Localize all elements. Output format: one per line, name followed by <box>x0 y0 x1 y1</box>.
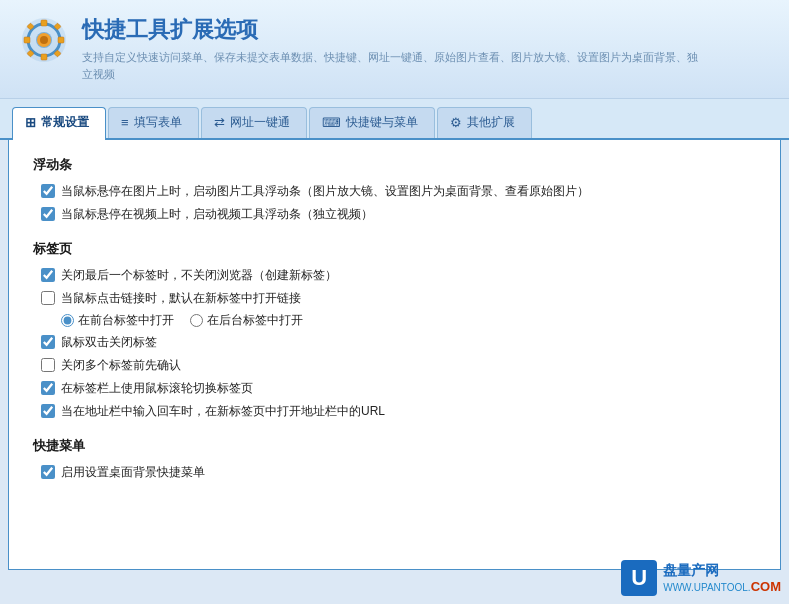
tab-other[interactable]: ⚙其他扩展 <box>437 107 532 138</box>
watermark-brand: 盘量产网 <box>663 562 781 579</box>
svg-rect-6 <box>58 37 64 43</box>
checkbox-scroll-switch-tab[interactable] <box>41 381 55 395</box>
checkbox-row-float-video: 当鼠标悬停在视频上时，启动视频工具浮动条（独立视频） <box>33 203 756 226</box>
checkbox-label-address-enter-new-tab: 当在地址栏中输入回车时，在新标签页中打开地址栏中的URL <box>61 403 385 420</box>
content-area: 浮动条当鼠标悬停在图片上时，启动图片工具浮动条（图片放大镜、设置图片为桌面背景、… <box>8 140 781 570</box>
checkbox-middle-click-open[interactable] <box>41 291 55 305</box>
checkbox-row-close-last-tab: 关闭最后一个标签时，不关闭浏览器（创建新标签） <box>33 264 756 287</box>
page-title: 快捷工具扩展选项 <box>82 16 702 45</box>
watermark: U 盘量产网 WWW.UPANTOOL.COM <box>621 560 781 596</box>
checkbox-float-image[interactable] <box>41 184 55 198</box>
checkbox-row-address-enter-new-tab: 当在地址栏中输入回车时，在新标签页中打开地址栏中的URL <box>33 400 756 423</box>
radio-label-open-background: 在后台标签中打开 <box>207 312 303 329</box>
checkbox-label-double-click-close: 鼠标双击关闭标签 <box>61 334 157 351</box>
app-icon <box>20 16 68 64</box>
checkbox-double-click-close[interactable] <box>41 335 55 349</box>
tab-label-other: 其他扩展 <box>467 114 515 131</box>
checkbox-row-float-image: 当鼠标悬停在图片上时，启动图片工具浮动条（图片放大镜、设置图片为桌面背景、查看原… <box>33 180 756 203</box>
header: 快捷工具扩展选项 支持自定义快速访问菜单、保存未提交表单数据、快捷键、网址一键通… <box>0 0 789 99</box>
svg-rect-5 <box>24 37 30 43</box>
header-description: 支持自定义快速访问菜单、保存未提交表单数据、快捷键、网址一键通、原始图片查看、图… <box>82 49 702 84</box>
section-title-quick-menu: 快捷菜单 <box>33 437 756 455</box>
checkbox-label-desktop-background-menu: 启用设置桌面背景快捷菜单 <box>61 464 205 481</box>
checkbox-label-close-last-tab: 关闭最后一个标签时，不关闭浏览器（创建新标签） <box>61 267 337 284</box>
radio-open-foreground[interactable] <box>61 314 74 327</box>
checkbox-close-last-tab[interactable] <box>41 268 55 282</box>
checkbox-float-video[interactable] <box>41 207 55 221</box>
checkbox-row-double-click-close: 鼠标双击关闭标签 <box>33 331 756 354</box>
checkbox-label-float-video: 当鼠标悬停在视频上时，启动视频工具浮动条（独立视频） <box>61 206 373 223</box>
tab-icon-url: ⇄ <box>214 115 225 130</box>
checkbox-label-float-image: 当鼠标悬停在图片上时，启动图片工具浮动条（图片放大镜、设置图片为桌面背景、查看原… <box>61 183 589 200</box>
checkbox-label-middle-click-open: 当鼠标点击链接时，默认在新标签中打开链接 <box>61 290 301 307</box>
tabs-bar: ⊞常规设置≡填写表单⇄网址一键通⌨快捷键与菜单⚙其他扩展 <box>0 99 789 140</box>
watermark-text-block: 盘量产网 WWW.UPANTOOL.COM <box>663 562 781 594</box>
svg-rect-3 <box>41 20 47 26</box>
watermark-url: WWW.UPANTOOL.COM <box>663 579 781 595</box>
checkbox-confirm-close-multiple[interactable] <box>41 358 55 372</box>
checkbox-row-desktop-background-menu: 启用设置桌面背景快捷菜单 <box>33 461 756 484</box>
watermark-u-letter: U <box>621 560 657 596</box>
checkbox-row-middle-click-open: 当鼠标点击链接时，默认在新标签中打开链接 <box>33 287 756 310</box>
tab-label-url: 网址一键通 <box>230 114 290 131</box>
checkbox-label-scroll-switch-tab: 在标签栏上使用鼠标滚轮切换标签页 <box>61 380 253 397</box>
tab-label-general: 常规设置 <box>41 114 89 131</box>
checkbox-label-confirm-close-multiple: 关闭多个标签前先确认 <box>61 357 181 374</box>
checkbox-address-enter-new-tab[interactable] <box>41 404 55 418</box>
tab-label-shortcut: 快捷键与菜单 <box>346 114 418 131</box>
radio-option-open-foreground: 在前台标签中打开 <box>61 312 174 329</box>
radio-label-open-foreground: 在前台标签中打开 <box>78 312 174 329</box>
svg-rect-4 <box>41 54 47 60</box>
tab-form[interactable]: ≡填写表单 <box>108 107 199 138</box>
radio-row-open-position: 在前台标签中打开在后台标签中打开 <box>33 310 756 331</box>
checkbox-row-scroll-switch-tab: 在标签栏上使用鼠标滚轮切换标签页 <box>33 377 756 400</box>
tab-shortcut[interactable]: ⌨快捷键与菜单 <box>309 107 435 138</box>
svg-point-12 <box>40 36 48 44</box>
tab-icon-shortcut: ⌨ <box>322 115 341 130</box>
checkbox-row-confirm-close-multiple: 关闭多个标签前先确认 <box>33 354 756 377</box>
tab-url[interactable]: ⇄网址一键通 <box>201 107 307 138</box>
checkbox-desktop-background-menu[interactable] <box>41 465 55 479</box>
section-title-tab-page: 标签页 <box>33 240 756 258</box>
radio-open-background[interactable] <box>190 314 203 327</box>
tab-general[interactable]: ⊞常规设置 <box>12 107 106 140</box>
section-title-floating-bar: 浮动条 <box>33 156 756 174</box>
radio-option-open-background: 在后台标签中打开 <box>190 312 303 329</box>
tab-icon-other: ⚙ <box>450 115 462 130</box>
tab-icon-general: ⊞ <box>25 115 36 130</box>
tab-icon-form: ≡ <box>121 115 129 130</box>
tab-label-form: 填写表单 <box>134 114 182 131</box>
header-text: 快捷工具扩展选项 支持自定义快速访问菜单、保存未提交表单数据、快捷键、网址一键通… <box>82 16 702 84</box>
